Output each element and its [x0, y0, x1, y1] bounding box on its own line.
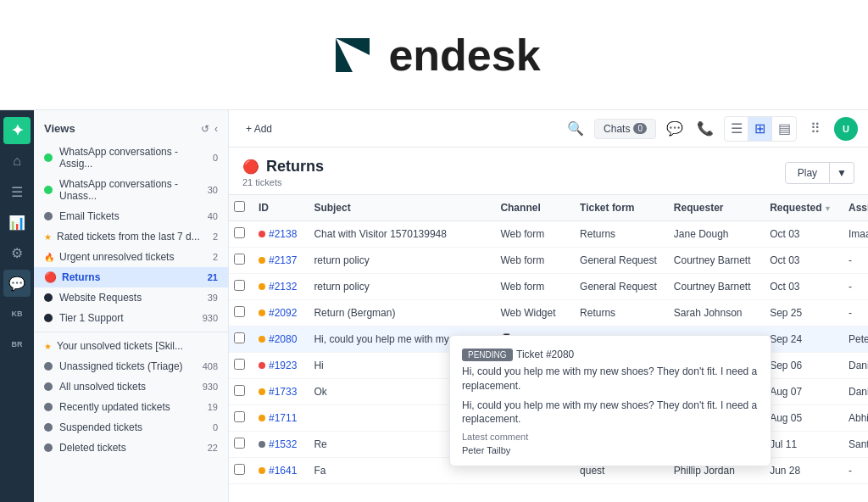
- view-item-unassigned-triage[interactable]: Unassigned tickets (Triage) 408: [34, 356, 228, 376]
- row-checkbox[interactable]: [234, 359, 245, 370]
- tooltip-message-1: Hi, could you help me with my new shoes?…: [462, 365, 759, 393]
- id-column-header[interactable]: ID: [250, 195, 305, 221]
- add-button[interactable]: + Add: [239, 120, 279, 138]
- row-checkbox-cell[interactable]: [229, 248, 250, 274]
- requested-column-header[interactable]: Requested: [761, 195, 840, 221]
- row-checkbox[interactable]: [234, 385, 245, 396]
- ticket-channel-cell: Web form: [492, 274, 571, 300]
- row-checkbox[interactable]: [234, 411, 245, 422]
- chats-button[interactable]: Chats 0: [594, 119, 656, 139]
- ticket-requested-cell: Jun 28: [761, 458, 840, 484]
- sidebar-settings-icon[interactable]: ⚙: [3, 239, 31, 266]
- view-item-suspended[interactable]: Suspended tickets 0: [34, 417, 228, 438]
- sidebar-br-icon[interactable]: BR: [3, 331, 31, 358]
- list-view-btn[interactable]: ☰: [725, 117, 748, 141]
- tickets-table-container: ID Subject Channel Ticket form Requester…: [229, 195, 868, 502]
- apps-icon-btn[interactable]: ⠿: [804, 117, 827, 141]
- views-sidebar: Views ↺ ‹ WhatsApp conversations - Assig…: [34, 110, 229, 502]
- main-content: + Add 🔍 Chats 0 💬 📞 ☰ ⊞ ▤ ⠿ U 🔴: [229, 110, 868, 502]
- row-checkbox-cell[interactable]: [229, 326, 250, 353]
- ticket-channel-cell: Web Widget: [492, 300, 571, 326]
- sidebar-brand-icon[interactable]: ✦: [3, 117, 31, 144]
- row-checkbox[interactable]: [234, 254, 245, 265]
- row-checkbox[interactable]: [234, 227, 245, 238]
- view-item-your-unsolved[interactable]: ★ Your unsolved tickets [Skil...: [34, 336, 228, 356]
- logo-bar: endesk: [0, 0, 868, 110]
- ticket-channel-cell: Web form: [492, 221, 571, 248]
- row-checkbox[interactable]: [234, 438, 245, 449]
- view-item-website-requests[interactable]: Website Requests 39: [34, 287, 228, 308]
- table-row[interactable]: #2137 return policy Web form General Req…: [229, 248, 868, 274]
- ticket-requester-cell: Sarah Johnson: [665, 300, 761, 326]
- views-title: Views: [44, 122, 75, 135]
- top-nav: + Add 🔍 Chats 0 💬 📞 ☰ ⊞ ▤ ⠿ U: [229, 110, 868, 148]
- row-checkbox-cell[interactable]: [229, 405, 250, 432]
- sidebar-chat-icon[interactable]: 💬: [3, 270, 31, 297]
- zendesk-logo-icon: [327, 30, 378, 81]
- view-item-all-unsolved[interactable]: All unsolved tickets 930: [34, 376, 228, 397]
- row-checkbox-cell[interactable]: [229, 458, 250, 484]
- ticket-requested-cell: Oct 03: [761, 248, 840, 274]
- ticket-tooltip-popup: PENDING Ticket #2080 Hi, could you help …: [449, 335, 771, 466]
- select-all-checkbox[interactable]: [234, 201, 245, 212]
- row-checkbox-cell[interactable]: [229, 379, 250, 405]
- ticket-assignee-cell: Santhos: [840, 432, 868, 458]
- ticket-id-cell: #1733: [250, 379, 305, 405]
- sidebar-kb-icon[interactable]: KB: [3, 300, 31, 327]
- ticket-id-cell: #2080: [250, 326, 305, 353]
- chat-icon-btn[interactable]: 💬: [663, 117, 687, 141]
- view-item-tier1[interactable]: Tier 1 Support 930: [34, 308, 228, 328]
- row-checkbox[interactable]: [234, 280, 245, 291]
- ticket-requester-cell: Jane Dough: [665, 221, 761, 248]
- ticket-subject-cell: Chat with Visitor 1570139948: [305, 221, 492, 248]
- table-row[interactable]: #2092 Return (Bergman) Web Widget Return…: [229, 300, 868, 326]
- subject-column-header[interactable]: Subject: [305, 195, 492, 221]
- ticket-count-label: 21 tickets: [242, 177, 324, 187]
- row-checkbox-cell[interactable]: [229, 300, 250, 326]
- view-item-rated-tickets[interactable]: ★ Rated tickets from the last 7 d... 2: [34, 226, 228, 247]
- sidebar-home-icon[interactable]: ⌂: [3, 148, 31, 175]
- collapse-icon[interactable]: ‹: [214, 123, 218, 135]
- ticket-form-column-header[interactable]: Ticket form: [571, 195, 665, 221]
- view-item-urgent[interactable]: 🔥 Urgent unresolved tickets 2: [34, 247, 228, 267]
- table-row[interactable]: #2138 Chat with Visitor 1570139948 Web f…: [229, 221, 868, 248]
- card-view-btn[interactable]: ⊞: [748, 117, 772, 141]
- phone-icon-btn[interactable]: 📞: [693, 117, 717, 141]
- tooltip-message-2: Hi, could you help me with my new shoes?…: [462, 399, 759, 427]
- requester-column-header[interactable]: Requester: [665, 195, 761, 221]
- row-checkbox[interactable]: [234, 464, 245, 475]
- view-item-whatsapp-unassigned[interactable]: WhatsApp conversations - Unass... 30: [34, 174, 228, 206]
- view-item-email-tickets[interactable]: Email Tickets 40: [34, 206, 228, 226]
- row-checkbox[interactable]: [234, 332, 245, 343]
- ticket-assignee-cell: Imaadh S: [840, 221, 868, 248]
- row-checkbox-cell[interactable]: [229, 274, 250, 300]
- play-button[interactable]: Play: [785, 162, 830, 184]
- ticket-id-cell: #2138: [250, 221, 305, 248]
- ticket-requested-cell: Aug 07: [761, 379, 840, 405]
- ticket-requested-cell: Aug 05: [761, 405, 840, 432]
- select-all-header[interactable]: [229, 195, 250, 221]
- view-item-deleted[interactable]: Deleted tickets 22: [34, 438, 228, 458]
- assignee-column-header[interactable]: Assignee: [840, 195, 868, 221]
- ticket-requested-cell: Oct 03: [761, 274, 840, 300]
- sidebar-reports-icon[interactable]: 📊: [3, 209, 31, 236]
- play-button-group: Play ▼: [785, 162, 854, 184]
- search-button[interactable]: 🔍: [564, 117, 587, 141]
- user-avatar[interactable]: U: [834, 117, 858, 141]
- ticket-subject-cell: Return (Bergman): [305, 300, 492, 326]
- play-dropdown-button[interactable]: ▼: [830, 162, 854, 184]
- view-item-whatsapp-assigned[interactable]: WhatsApp conversations - Assig... 0: [34, 142, 228, 174]
- view-item-recently-updated[interactable]: Recently updated tickets 19: [34, 397, 228, 417]
- row-checkbox-cell[interactable]: [229, 221, 250, 248]
- row-checkbox[interactable]: [234, 306, 245, 317]
- table-row[interactable]: #2132 return policy Web form General Req…: [229, 274, 868, 300]
- ticket-requested-cell: Sep 25: [761, 300, 840, 326]
- sidebar-views-icon[interactable]: ☰: [3, 178, 31, 205]
- ticket-id-cell: #2132: [250, 274, 305, 300]
- grid-view-btn[interactable]: ▤: [772, 117, 796, 141]
- row-checkbox-cell[interactable]: [229, 353, 250, 379]
- refresh-icon[interactable]: ↺: [201, 123, 209, 135]
- view-item-returns[interactable]: 🔴 Returns 21: [34, 267, 228, 287]
- row-checkbox-cell[interactable]: [229, 432, 250, 458]
- channel-column-header[interactable]: Channel: [492, 195, 571, 221]
